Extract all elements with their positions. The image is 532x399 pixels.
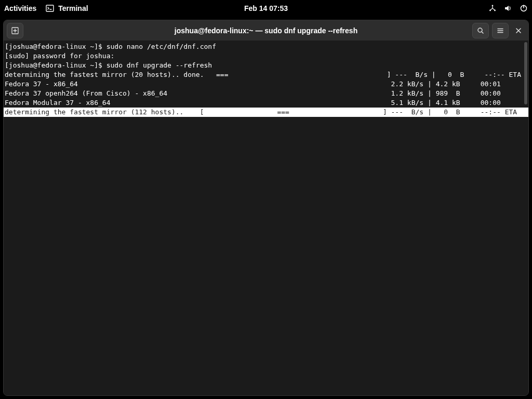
app-menu[interactable]: Terminal (46, 4, 88, 12)
new-tab-button[interactable] (7, 23, 23, 38)
app-menu-label: Terminal (58, 4, 88, 12)
terminal-line: Fedora 37 openh264 (From Cisco) - x86_64… (4, 89, 528, 98)
gnome-topbar: Activities Terminal Feb 14 07:53 (0, 0, 532, 17)
power-icon[interactable] (520, 4, 528, 12)
svg-point-1 (492, 5, 494, 7)
terminal-line: determining the fastest mirror (112 host… (4, 108, 528, 117)
terminal-line: Fedora 37 - x86_64 2.2 kB/s | 4.2 kB 00:… (4, 79, 528, 89)
volume-icon[interactable] (504, 4, 512, 12)
svg-rect-5 (523, 5, 524, 8)
window-title: joshua@fedora-linux:~ — sudo dnf upgrade… (175, 26, 357, 35)
activities-button[interactable]: Activities (4, 4, 36, 12)
close-button[interactable] (512, 24, 525, 37)
network-icon[interactable] (488, 4, 497, 12)
headerbar: joshua@fedora-linux:~ — sudo dnf upgrade… (4, 20, 528, 41)
search-button[interactable] (472, 23, 489, 38)
menu-button[interactable] (492, 23, 509, 38)
terminal-window: joshua@fedora-linux:~ — sudo dnf upgrade… (3, 20, 529, 396)
clock[interactable]: Feb 14 07:53 (244, 4, 288, 12)
scrollbar[interactable] (523, 41, 528, 395)
terminal-line: determining the fastest mirror (20 hosts… (4, 70, 528, 79)
scrollbar-thumb[interactable] (524, 42, 527, 104)
terminal-line: [joshua@fedora-linux ~]$ sudo dnf upgrad… (4, 61, 528, 70)
terminal-content[interactable]: [joshua@fedora-linux ~]$ sudo nano /etc/… (4, 41, 528, 395)
terminal-line: [joshua@fedora-linux ~]$ sudo nano /etc/… (4, 42, 528, 51)
terminal-icon (46, 4, 54, 12)
svg-rect-0 (46, 5, 54, 11)
terminal-line: [sudo] password for joshua: (4, 51, 528, 61)
terminal-line: Fedora Modular 37 - x86_64 5.1 kB/s | 4.… (4, 98, 528, 108)
